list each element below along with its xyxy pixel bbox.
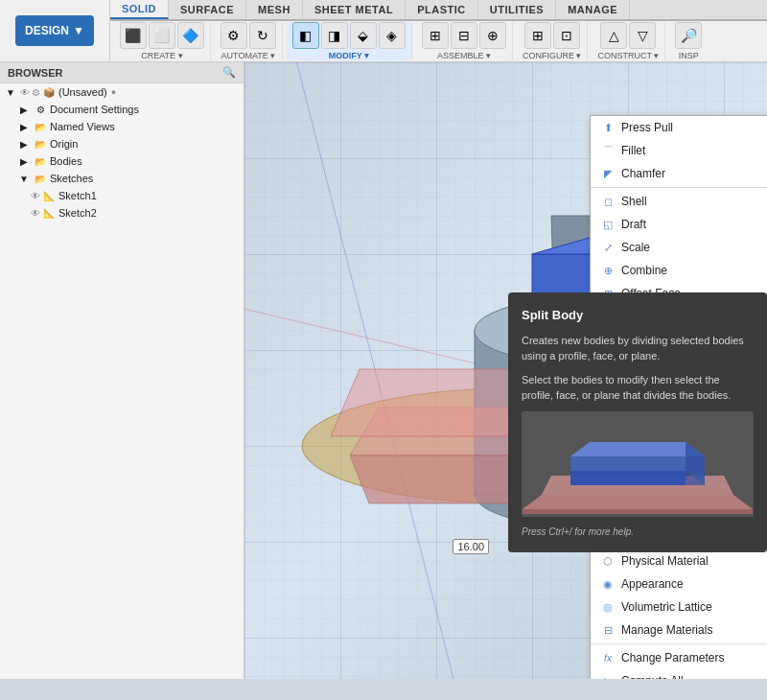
tab-manage[interactable]: MANAGE [556, 0, 630, 19]
manage-materials-icon: ⊟ [600, 622, 616, 638]
appearance-icon: ◉ [600, 576, 616, 592]
modify-label[interactable]: MODIFY ▾ [329, 51, 369, 60]
compute-all-label: Compute All [621, 674, 684, 679]
expand-icon-views: ▶ [17, 120, 31, 133]
draft-icon: ◱ [600, 217, 616, 232]
volumetric-lattice-icon: ◎ [600, 599, 616, 615]
menu-item-fillet[interactable]: ⌒ Fillet F [591, 139, 767, 162]
browser-item-doc-settings[interactable]: ▶ ⚙ Document Settings [0, 101, 244, 118]
expand-icon-doc: ▶ [17, 103, 31, 116]
change-parameters-icon: fx [600, 650, 616, 665]
press-pull-icon: ⬆ [600, 120, 616, 135]
tab-sheet-metal[interactable]: SHEET METAL [303, 0, 406, 19]
tab-solid[interactable]: SOLID [110, 0, 169, 19]
browser-item-bodies[interactable]: ▶ 📂 Bodies [0, 152, 244, 170]
assemble-icon-2[interactable]: ⊟ [451, 22, 477, 49]
sketch-icon-2: 📐 [42, 206, 56, 220]
settings-icon-root: ⚙ [32, 87, 40, 98]
create-icon-1[interactable]: ⬛ [120, 22, 147, 49]
menu-item-volumetric-lattice[interactable]: ◎ Volumetric Lattice [591, 595, 767, 618]
modify-icon-1[interactable]: ◧ [292, 22, 319, 49]
modify-icon-4[interactable]: ◈ [379, 22, 406, 49]
configure-icon-2[interactable]: ⊡ [553, 22, 580, 49]
browser-item-sketch1[interactable]: 👁 📐 Sketch1 [0, 187, 244, 204]
folder-icon-views: 📂 [34, 120, 47, 133]
svg-marker-18 [570, 442, 705, 456]
volumetric-lattice-label: Volumetric Lattice [621, 600, 712, 614]
menu-item-physical-material[interactable]: ⬡ Physical Material [591, 549, 767, 572]
shell-icon: ◻ [600, 194, 616, 209]
configure-icon-1[interactable]: ⊞ [524, 22, 551, 49]
gear-icon-doc: ⚙ [34, 103, 47, 116]
press-pull-label: Press Pull [621, 121, 673, 134]
browser-item-unsaved[interactable]: ▼ 👁 ⚙ 📦 (Unsaved) ● [0, 83, 244, 101]
browser-item-origin[interactable]: ▶ 📂 Origin [0, 135, 244, 152]
menu-item-press-pull[interactable]: ⬆ Press Pull Q [591, 116, 767, 139]
browser-title: BROWSER [8, 67, 62, 79]
automate-icon-1[interactable]: ⚙ [221, 22, 247, 49]
svg-marker-16 [523, 509, 753, 514]
folder-icon-root: 📦 [42, 85, 56, 99]
modify-icon-3[interactable]: ⬙ [350, 22, 377, 49]
collapse-icon: ▼ [4, 85, 17, 99]
browser-item-sketch2[interactable]: 👁 📐 Sketch2 [0, 204, 244, 222]
menu-item-appearance[interactable]: ◉ Appearance A [591, 572, 767, 595]
browser-search-icon[interactable]: 🔍 [222, 66, 236, 79]
browser-item-sketches[interactable]: ▼ 📂 Sketches [0, 170, 244, 187]
inspect-icon-1[interactable]: 🔎 [675, 22, 702, 49]
configure-label[interactable]: CONFIGURE ▾ [523, 51, 582, 60]
tab-surface[interactable]: SURFACE [169, 0, 246, 19]
tab-utilities[interactable]: UTILITIES [478, 0, 556, 19]
viewport[interactable]: 16.00 ⬆ Press Pull Q ⌒ Fillet F [244, 62, 767, 679]
menu-item-shell[interactable]: ◻ Shell [591, 190, 767, 213]
browser-label-sketch2: Sketch2 [58, 207, 97, 219]
browser-label-bodies: Bodies [50, 155, 82, 167]
construct-icon-2[interactable]: ▽ [629, 22, 656, 49]
fillet-label: Fillet [621, 144, 645, 157]
main-area: BROWSER 🔍 ▼ 👁 ⚙ 📦 (Unsaved) ● ▶ ⚙ Docume… [0, 62, 767, 679]
dimension-label: 16.00 [453, 539, 489, 554]
tooltip-panel: Split Body Creates new bodies by dividin… [508, 292, 767, 552]
scale-icon: ⤢ [600, 240, 616, 255]
construct-icon-1[interactable]: △ [600, 22, 627, 49]
menu-item-scale[interactable]: ⤢ Scale [591, 236, 767, 259]
automate-icon-2[interactable]: ↻ [249, 22, 276, 49]
folder-icon-origin: 📂 [34, 137, 47, 151]
menu-item-compute-all[interactable]: ▶ Compute All Ctrl+B [591, 669, 767, 679]
tab-plastic[interactable]: PLASTIC [406, 0, 478, 19]
manage-materials-label: Manage Materials [621, 623, 712, 637]
assemble-icon-1[interactable]: ⊞ [422, 22, 449, 49]
assemble-icon-3[interactable]: ⊕ [479, 22, 506, 49]
create-icon-2[interactable]: ⬜ [149, 22, 175, 49]
combine-label: Combine [621, 264, 667, 277]
tab-mesh[interactable]: MESH [246, 0, 303, 19]
tooltip-image [522, 411, 754, 517]
inspect-label[interactable]: INSP [679, 51, 699, 60]
combine-icon: ⊕ [600, 263, 616, 278]
shell-label: Shell [621, 195, 647, 208]
change-parameters-label: Change Parameters [621, 651, 724, 665]
dimension-value: 16.00 [457, 541, 484, 552]
design-button[interactable]: DESIGN ▼ [15, 15, 94, 46]
compute-all-icon: ▶ [600, 673, 616, 679]
menu-item-draft[interactable]: ◱ Draft [591, 213, 767, 236]
assemble-label[interactable]: ASSEMBLE ▾ [437, 51, 491, 60]
modify-icon-2[interactable]: ◨ [321, 22, 348, 49]
automate-label[interactable]: AUTOMATE ▾ [221, 51, 276, 60]
physical-material-label: Physical Material [621, 554, 709, 568]
menu-item-change-parameters[interactable]: fx Change Parameters [591, 646, 767, 669]
tooltip-detail: Select the bodies to modify then select … [522, 372, 754, 404]
create-icon-3[interactable]: 🔷 [177, 22, 204, 49]
eye-icon-root[interactable]: 👁 [20, 87, 30, 98]
construct-label[interactable]: CONSTRUCT ▾ [597, 51, 659, 60]
eye-icon-sketch1[interactable]: 👁 [31, 191, 40, 201]
menu-item-chamfer[interactable]: ◤ Chamfer [591, 162, 767, 185]
tooltip-title: Split Body [522, 306, 754, 325]
create-label[interactable]: CREATE ▾ [141, 51, 182, 60]
sidebar: BROWSER 🔍 ▼ 👁 ⚙ 📦 (Unsaved) ● ▶ ⚙ Docume… [0, 62, 244, 679]
browser-item-named-views[interactable]: ▶ 📂 Named Views [0, 118, 244, 135]
menu-item-combine[interactable]: ⊕ Combine [591, 259, 767, 282]
menu-item-manage-materials[interactable]: ⊟ Manage Materials [591, 618, 767, 642]
chamfer-icon: ◤ [600, 166, 616, 181]
eye-icon-sketch2[interactable]: 👁 [31, 208, 40, 219]
